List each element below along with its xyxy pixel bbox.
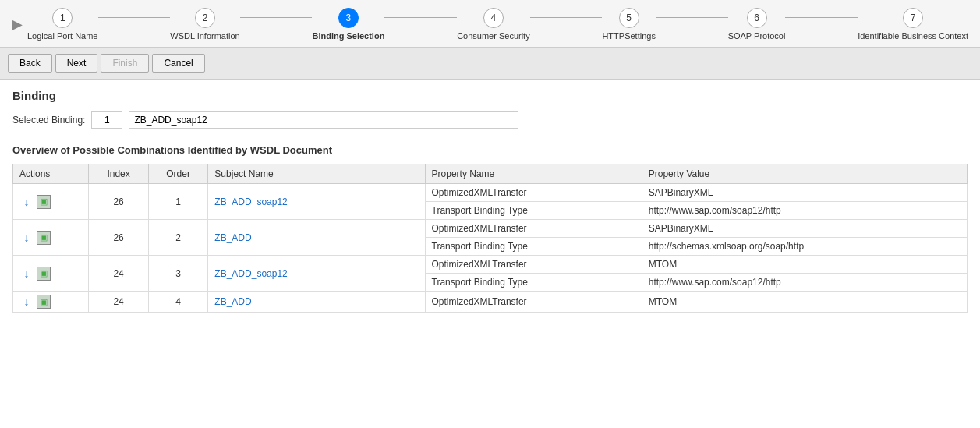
step-label-1: Logical Port Name [27,31,98,41]
property-value-cell: MTOM [642,292,967,313]
step-circle-7: 7 [903,8,923,28]
order-cell: 1 [148,184,208,220]
index-cell: 26 [89,184,149,220]
index-cell: 24 [89,256,149,292]
subject-link[interactable]: ZB_ADD [214,296,251,307]
wizard-step-1[interactable]: 1 Logical Port Name [27,8,98,41]
property-value-cell: http://www.sap.com/soap12/http [642,274,967,292]
order-cell: 4 [148,292,208,313]
back-button[interactable]: Back [8,54,52,73]
select-icon[interactable]: ▣ [37,195,51,209]
wizard-connector-2 [240,17,313,18]
step-circle-4: 4 [483,8,504,28]
actions-cell: ↓ ▣ [13,220,89,256]
step-label-3: Binding Selection [312,31,384,41]
table-header-row: Actions Index Order Subject Name Propert… [13,164,968,184]
order-cell: 3 [148,256,208,292]
step-label-7: Identifiable Business Context [858,31,968,41]
content-area: Binding Selected Binding: Overview of Po… [0,80,980,322]
wizard-connector-6 [785,17,858,18]
step-circle-6: 6 [747,8,767,28]
property-value-cell: http://www.sap.com/soap12/http [642,202,967,220]
wizard-step-4[interactable]: 4 Consumer Security [457,8,530,41]
order-cell: 2 [148,220,208,256]
subject-link[interactable]: ZB_ADD [214,232,251,243]
selected-binding-value-input[interactable] [129,111,518,129]
table-row: ↓ ▣ 244ZB_ADDOptimizedXMLTransferMTOM [13,292,968,313]
wizard-step-2[interactable]: 2 WSDL Information [170,8,239,41]
property-value-cell: SAPBinaryXML [642,184,967,202]
col-header-actions: Actions [13,164,89,184]
wizard-steps: ▶ 1 Logical Port Name 2 WSDL Information… [0,0,980,48]
actions-cell: ↓ ▣ [13,184,89,220]
toolbar: Back Next Finish Cancel [0,48,980,80]
select-icon[interactable]: ▣ [37,267,51,281]
property-name-cell: OptimizedXMLTransfer [425,292,642,313]
step-circle-2: 2 [195,8,215,28]
bindings-table: Actions Index Order Subject Name Propert… [12,164,968,313]
col-header-property-value: Property Value [642,164,967,184]
actions-cell: ↓ ▣ [13,292,89,313]
subject-cell: ZB_ADD_soap12 [208,184,425,220]
property-name-cell: OptimizedXMLTransfer [425,220,642,238]
subject-link[interactable]: ZB_ADD_soap12 [214,268,287,279]
next-button[interactable]: Next [55,54,98,73]
select-icon[interactable]: ▣ [37,295,51,309]
col-header-property-name: Property Name [425,164,642,184]
wizard-connector-4 [530,17,603,18]
property-name-cell: OptimizedXMLTransfer [425,256,642,274]
subject-cell: ZB_ADD [208,292,425,313]
index-cell: 26 [89,220,149,256]
property-value-cell: http://schemas.xmlsoap.org/soap/http [642,238,967,256]
step-label-4: Consumer Security [457,31,530,41]
wizard-step-3[interactable]: 3 Binding Selection [312,8,384,41]
property-value-cell: MTOM [642,256,967,274]
binding-section-title: Binding [12,89,968,102]
wizard-connector-3 [384,17,457,18]
download-icon[interactable]: ↓ [19,267,34,281]
subject-link[interactable]: ZB_ADD_soap12 [214,196,287,207]
table-row: ↓ ▣ 261ZB_ADD_soap12OptimizedXMLTransfer… [13,184,968,202]
selected-binding-row: Selected Binding: [12,111,968,129]
wizard-step-6[interactable]: 6 SOAP Protocol [728,8,786,41]
wizard-step-7[interactable]: 7 Identifiable Business Context [858,8,968,41]
subject-cell: ZB_ADD [208,220,425,256]
table-row: ↓ ▣ 243ZB_ADD_soap12OptimizedXMLTransfer… [13,256,968,274]
download-icon[interactable]: ↓ [19,231,34,245]
table-row: ↓ ▣ 262ZB_ADDOptimizedXMLTransferSAPBina… [13,220,968,238]
col-header-order: Order [148,164,208,184]
wizard-step-5[interactable]: 5 HTTPSettings [602,8,655,41]
step-circle-1: 1 [52,8,73,28]
wizard-connector-5 [656,17,728,18]
select-icon[interactable]: ▣ [37,231,51,245]
step-label-6: SOAP Protocol [728,31,786,41]
step-label-2: WSDL Information [170,31,239,41]
subject-cell: ZB_ADD_soap12 [208,256,425,292]
finish-button[interactable]: Finish [101,54,149,73]
download-icon[interactable]: ↓ [19,195,34,209]
property-name-cell: OptimizedXMLTransfer [425,184,642,202]
property-name-cell: Transport Binding Type [425,238,642,256]
col-header-subject: Subject Name [208,164,425,184]
selected-binding-index-input[interactable] [91,111,122,129]
wizard-connector-1 [98,17,171,18]
wizard-start-icon: ▶ [12,16,23,33]
property-name-cell: Transport Binding Type [425,274,642,292]
step-circle-3: 3 [338,8,359,28]
step-circle-5: 5 [619,8,639,28]
property-name-cell: Transport Binding Type [425,202,642,220]
overview-title: Overview of Possible Combinations Identi… [12,144,968,156]
index-cell: 24 [89,292,149,313]
cancel-button[interactable]: Cancel [152,54,204,73]
col-header-index: Index [89,164,149,184]
download-icon[interactable]: ↓ [19,295,34,309]
actions-cell: ↓ ▣ [13,256,89,292]
step-label-5: HTTPSettings [602,31,655,41]
property-value-cell: SAPBinaryXML [642,220,967,238]
selected-binding-label: Selected Binding: [12,115,85,126]
